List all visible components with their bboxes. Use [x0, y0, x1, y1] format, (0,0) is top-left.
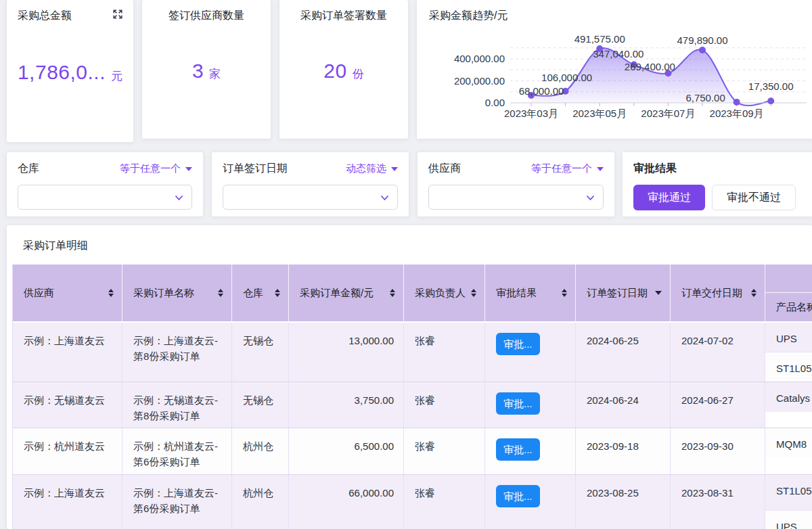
column-header-label: 采购订单名称: [133, 287, 215, 300]
kpi-unit: 份: [353, 60, 364, 82]
cell-supplier: 示例：无锡道友云: [13, 382, 122, 428]
cell-approval: 审批...: [485, 475, 576, 529]
sort-icon[interactable]: [218, 289, 223, 297]
expand-icon[interactable]: [112, 8, 124, 20]
filter-label: 审批结果: [633, 162, 677, 176]
table-row: 示例：无锡道友云示例：无锡道友云-第8份采购订单无锡仓3,750.00张睿审批.…: [13, 382, 812, 428]
data-point: [699, 47, 706, 53]
order-table: 供应商采购订单名称仓库采购订单金额/元采购负责人审批结果订单签订日期订单交付日期…: [12, 264, 812, 529]
sort-icon[interactable]: [471, 289, 476, 297]
cell-delivery-date: 2023-08-31: [671, 475, 765, 529]
product-name-cell: UPS: [765, 323, 812, 352]
kpi-card-order-count: 采购订单签署数量 20 份: [279, 0, 408, 139]
table-row: 示例：上海道友云示例：上海道友云-第8份采购订单无锡仓13,000.00张睿审批…: [13, 323, 812, 382]
group-header-blank: [765, 264, 812, 293]
kpi-card-header: 签订供应商数量: [142, 0, 271, 23]
cell-approval: 审批...: [485, 323, 576, 382]
cell-order-name: 示例：无锡道友云-第8份采购订单: [122, 382, 232, 428]
kpi-title: 签订供应商数量: [168, 9, 244, 23]
product-name-cell: ST1L05: [765, 352, 812, 382]
cell-order-name: 示例：上海道友云-第6份采购订单: [122, 475, 232, 529]
kpi-value: 1,786,0...: [18, 61, 106, 84]
filter-card-warehouse: 仓库 等于任意一个: [7, 152, 203, 216]
cell-sign-date: 2024-06-24: [576, 382, 671, 428]
kpi-unit: 家: [209, 60, 221, 82]
svg-text:2023年09月: 2023年09月: [710, 108, 764, 119]
approval-status-button[interactable]: 审批...: [496, 392, 540, 415]
cell-supplier: 示例：杭州道友云: [13, 428, 122, 474]
column-header-label: 订单签订日期: [587, 287, 655, 300]
warehouse-filter-select[interactable]: [18, 185, 192, 210]
column-header-7[interactable]: 订单签订日期: [576, 264, 671, 321]
svg-text:200,000.00: 200,000.00: [454, 75, 505, 87]
warehouse-filter-operator[interactable]: 等于任意一个: [120, 162, 192, 175]
cell-delivery-date: 2023-09-30: [671, 428, 765, 474]
filter-label: 订单签订日期: [223, 162, 288, 176]
trend-area-chart: 0.00200,000.00400,000.002023年03月2023年05月…: [417, 0, 812, 139]
sort-icon[interactable]: [108, 289, 114, 297]
sort-icon[interactable]: [562, 289, 567, 297]
cell-supplier: 示例：上海道友云: [13, 323, 122, 382]
data-point-label: 491,575.00: [574, 33, 625, 45]
caret-down-icon: [597, 167, 604, 171]
cell-amount: 6,500.00: [289, 428, 404, 474]
column-header-6[interactable]: 审批结果: [485, 264, 576, 321]
cell-approval: 审批...: [485, 382, 576, 428]
cell-owner: 张睿: [404, 382, 485, 428]
sort-desc-icon[interactable]: [655, 291, 662, 295]
cell-warehouse: 杭州仓: [232, 428, 289, 474]
cell-owner: 张睿: [404, 475, 485, 529]
kpi-value-block: 1,786,0... 元: [7, 23, 133, 122]
column-header-label: 订单交付日期: [681, 287, 748, 300]
data-point: [734, 99, 740, 106]
column-header-label: 采购负责人: [415, 287, 468, 300]
supplier-filter-operator[interactable]: 等于任意一个: [531, 162, 604, 175]
kpi-value-block: 3 家: [142, 23, 271, 118]
kpi-card-header: 采购总金额: [7, 0, 133, 23]
cell-warehouse: 杭州仓: [232, 475, 289, 529]
cell-amount: 66,000.00: [289, 475, 404, 529]
data-point-label: 68,000.00: [519, 85, 564, 97]
filter-label: 供应商: [428, 162, 461, 176]
approval-status-button[interactable]: 审批...: [496, 438, 540, 461]
approval-status-button[interactable]: 审批...: [496, 333, 540, 355]
sort-icon[interactable]: [751, 289, 757, 297]
table-header-row: 供应商采购订单名称仓库采购订单金额/元采购负责人审批结果订单签订日期订单交付日期…: [13, 264, 812, 323]
sort-icon[interactable]: [275, 289, 280, 297]
product-name-cell: Catalys: [765, 382, 812, 412]
column-header-label: 供应商: [24, 287, 106, 300]
cell-products: MQM8: [765, 428, 812, 474]
cell-sign-date: 2023-08-25: [576, 475, 671, 529]
sort-icon[interactable]: [390, 289, 395, 297]
product-name-cell: MQM8: [765, 428, 812, 458]
approval-status-button[interactable]: 审批...: [496, 485, 540, 507]
filter-card-supplier: 供应商 等于任意一个: [418, 152, 614, 216]
cell-owner: 张睿: [404, 428, 485, 474]
column-header-4[interactable]: 采购订单金额/元: [289, 264, 404, 321]
kpi-unit: 元: [111, 62, 122, 84]
cell-owner: 张睿: [404, 323, 485, 382]
column-header-1[interactable]: 供应商: [13, 264, 122, 321]
filter-label: 仓库: [18, 162, 39, 176]
approval-pass-button[interactable]: 审批通过: [633, 185, 705, 210]
chevron-down-icon: [586, 195, 595, 201]
approval-fail-button[interactable]: 审批不通过: [712, 185, 796, 210]
column-header-3[interactable]: 仓库: [232, 264, 289, 321]
cell-products: ST1L05UPS: [765, 475, 812, 529]
kpi-title: 采购订单签署数量: [300, 9, 387, 23]
filter-card-approval: 审批结果 审批通过 审批不通过: [623, 152, 812, 216]
column-header-5[interactable]: 采购负责人: [404, 264, 485, 321]
cell-amount: 13,000.00: [289, 323, 404, 382]
supplier-filter-select[interactable]: [428, 185, 604, 210]
column-header-8[interactable]: 订单交付日期: [671, 264, 765, 321]
cell-approval: 审批...: [485, 428, 576, 474]
svg-text:400,000.00: 400,000.00: [454, 53, 505, 64]
data-point-label: 17,350.00: [748, 80, 794, 92]
column-header-2[interactable]: 采购订单名称: [122, 264, 232, 321]
table-title: 采购订单明细: [7, 225, 812, 264]
data-point-label: 479,890.00: [677, 34, 727, 46]
cell-products: UPSST1L05: [765, 323, 812, 382]
sign-date-filter-operator[interactable]: 动态筛选: [346, 162, 398, 175]
cell-warehouse: 无锡仓: [232, 382, 289, 428]
sign-date-filter-select[interactable]: [223, 185, 398, 210]
